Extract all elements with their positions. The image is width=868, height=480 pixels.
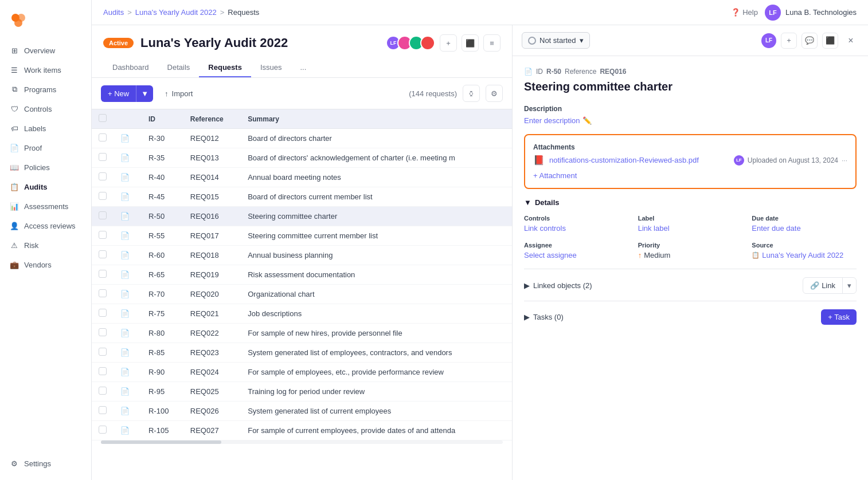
row-checkbox[interactable] <box>92 207 114 226</box>
tab-requests[interactable]: Requests <box>199 58 251 77</box>
row-checkbox[interactable] <box>92 382 114 402</box>
sidebar-item-proof[interactable]: 📄 Proof <box>0 138 91 158</box>
row-checkbox[interactable] <box>92 226 114 246</box>
tab-issues[interactable]: Issues <box>251 58 291 77</box>
row-checkbox[interactable] <box>92 304 114 324</box>
export-button[interactable]: ⬛ <box>462 34 479 52</box>
sidebar-item-policies[interactable]: 📖 Policies <box>0 158 91 177</box>
sidebar-item-work-items[interactable]: ☰ Work items <box>0 60 91 80</box>
assignee-link[interactable]: Select assignee <box>524 251 577 259</box>
controls-link[interactable]: Link controls <box>524 224 566 233</box>
row-checkbox[interactable] <box>92 129 114 148</box>
sidebar-item-audits[interactable]: 📋 Audits <box>0 177 91 196</box>
table-row[interactable]: 📄 R-100 REQ026 System generated list of … <box>92 402 512 421</box>
table-row[interactable]: 📄 R-50 REQ016 Steering committee charter <box>92 207 512 226</box>
gear-icon: ⚙ <box>9 458 19 469</box>
detail-label: Label Link label <box>638 215 743 233</box>
link-dropdown-arrow[interactable]: ▾ <box>843 278 856 293</box>
detail-close-button[interactable]: × <box>843 33 859 49</box>
row-doc-icon: 📄 <box>114 304 142 324</box>
sidebar-item-programs[interactable]: ⧉ Programs <box>0 80 91 99</box>
col-summary[interactable]: Summary <box>241 109 512 129</box>
sidebar-item-risk[interactable]: ⚠ Risk <box>0 235 91 255</box>
breadcrumb-audits[interactable]: Audits <box>103 8 124 17</box>
table-row[interactable]: 📄 R-70 REQ020 Organizational chart <box>92 285 512 304</box>
table-row[interactable]: 📄 R-45 REQ015 Board of directors current… <box>92 187 512 207</box>
attachment-more-button[interactable]: ··· <box>842 156 847 164</box>
audit-header: Active Luna's Yearly Audit 2022 LF + ⬛ ≡ <box>92 25 512 78</box>
row-checkbox[interactable] <box>92 402 114 421</box>
table-row[interactable]: 📄 R-75 REQ021 Job descriptions <box>92 304 512 324</box>
table-row[interactable]: 📄 R-85 REQ023 System generated list of e… <box>92 343 512 363</box>
new-dropdown-arrow[interactable]: ▼ <box>136 85 153 102</box>
description-enter-link[interactable]: Enter description ✏️ <box>524 116 857 125</box>
row-checkbox[interactable] <box>92 285 114 304</box>
sidebar-item-labels[interactable]: 🏷 Labels <box>0 119 91 138</box>
tab-dashboard[interactable]: Dashboard <box>103 58 158 77</box>
detail-archive-button[interactable]: ⬛ <box>822 33 838 49</box>
row-summary: Annual business planning <box>241 246 512 265</box>
attachment-filename[interactable]: notifications-customization-Reviewed-asb… <box>549 156 699 164</box>
add-task-button[interactable]: + Task <box>821 309 857 325</box>
sidebar-item-access-reviews[interactable]: 👤 Access reviews <box>0 216 91 235</box>
row-checkbox[interactable] <box>92 363 114 382</box>
avatar-stack: LF <box>386 36 435 50</box>
col-reference[interactable]: Reference <box>183 109 241 129</box>
filter-button[interactable]: ⧲ <box>463 85 480 102</box>
row-id: R-35 <box>142 148 183 168</box>
table-row[interactable]: 📄 R-60 REQ018 Annual business planning <box>92 246 512 265</box>
row-checkbox[interactable] <box>92 343 114 363</box>
label-link[interactable]: Link label <box>638 224 670 233</box>
breadcrumb-audit[interactable]: Luna's Yearly Audit 2022 <box>135 8 217 17</box>
table-row[interactable]: 📄 R-105 REQ027 For sample of current emp… <box>92 421 512 440</box>
new-button[interactable]: + New ▼ <box>101 85 153 102</box>
table-row[interactable]: 📄 R-65 REQ019 Risk assessment documentat… <box>92 265 512 285</box>
link-btn-main[interactable]: 🔗 Link <box>803 278 843 293</box>
tab-more[interactable]: ... <box>291 58 315 77</box>
table-row[interactable]: 📄 R-80 REQ022 For sample of new hires, p… <box>92 324 512 343</box>
user-menu[interactable]: LF Luna B. Technologies <box>765 5 857 21</box>
horizontal-scrollbar[interactable] <box>101 440 503 444</box>
detail-comment-button[interactable]: 💬 <box>801 33 818 49</box>
row-checkbox[interactable] <box>92 148 114 168</box>
due-date-link[interactable]: Enter due date <box>752 224 800 233</box>
row-checkbox[interactable] <box>92 265 114 285</box>
link-button[interactable]: 🔗 Link ▾ <box>803 277 857 294</box>
source-link[interactable]: 📋 Luna's Yearly Audit 2022 <box>752 251 857 259</box>
sidebar-item-overview[interactable]: ⊞ Overview <box>0 41 91 60</box>
col-id[interactable]: ID <box>142 109 183 129</box>
row-checkbox[interactable] <box>92 421 114 440</box>
add-member-button[interactable]: + <box>440 34 457 52</box>
sidebar-item-assessments[interactable]: 📊 Assessments <box>0 196 91 216</box>
add-attachment-button[interactable]: + Attachment <box>533 171 847 180</box>
detail-header-actions: LF + 💬 ⬛ × <box>761 33 859 49</box>
tab-details[interactable]: Details <box>158 58 200 77</box>
priority-arrow-icon: ↑ <box>638 251 642 259</box>
help-button[interactable]: ❓ Help <box>731 8 758 17</box>
table-row[interactable]: 📄 R-55 REQ017 Steering committee current… <box>92 226 512 246</box>
status-button[interactable]: Not started ▾ <box>522 32 590 49</box>
table-row[interactable]: 📄 R-90 REQ024 For sample of employees, e… <box>92 363 512 382</box>
sidebar: ⊞ Overview ☰ Work items ⧉ Programs 🛡 Con… <box>0 0 92 480</box>
table-row[interactable]: 📄 R-40 REQ014 Annual board meeting notes <box>92 168 512 187</box>
row-summary: For sample of current employees, provide… <box>241 421 512 440</box>
details-toggle[interactable]: ▼ Details <box>524 198 857 207</box>
row-doc-icon: 📄 <box>114 148 142 168</box>
feed-button[interactable]: ≡ <box>483 34 501 52</box>
sidebar-item-settings[interactable]: ⚙ Settings <box>0 454 91 473</box>
row-checkbox[interactable] <box>92 324 114 343</box>
row-checkbox[interactable] <box>92 168 114 187</box>
row-checkbox[interactable] <box>92 246 114 265</box>
table-row[interactable]: 📄 R-30 REQ012 Board of directors charter <box>92 129 512 148</box>
sidebar-item-controls[interactable]: 🛡 Controls <box>0 99 91 119</box>
row-checkbox[interactable] <box>92 187 114 207</box>
sidebar-item-vendors[interactable]: 💼 Vendors <box>0 255 91 274</box>
tasks-toggle[interactable]: ▶ Tasks (0) <box>524 313 564 321</box>
table-row[interactable]: 📄 R-95 REQ025 Training log for period un… <box>92 382 512 402</box>
import-button[interactable]: ↑ Import <box>159 86 198 101</box>
toolbar: + New ▼ ↑ Import (144 requests) ⧲ ⚙ <box>92 78 512 109</box>
detail-add-button[interactable]: + <box>781 33 797 49</box>
settings-button[interactable]: ⚙ <box>486 85 503 102</box>
linked-toggle[interactable]: ▶ Linked objects (2) <box>524 281 592 290</box>
table-row[interactable]: 📄 R-35 REQ013 Board of directors' acknow… <box>92 148 512 168</box>
